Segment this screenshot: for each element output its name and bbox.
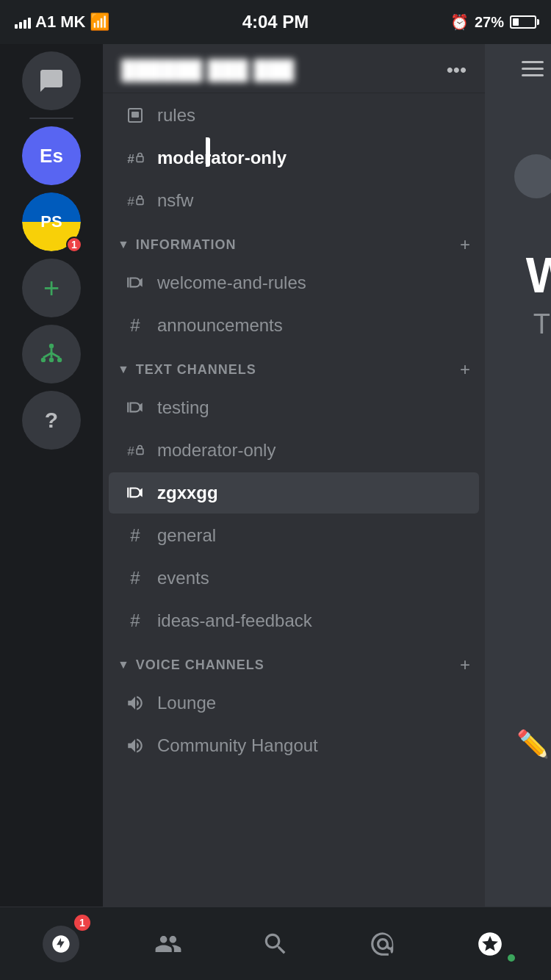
- add-channel-text-button[interactable]: +: [460, 359, 470, 380]
- status-right: ⏰ 27%: [450, 13, 536, 31]
- channel-name-nsfw: nsfw: [157, 190, 193, 211]
- alarm-icon: ⏰: [450, 13, 469, 31]
- channel-name-lounge: Lounge: [157, 693, 216, 713]
- channel-item-nsfw[interactable]: # nsfw: [109, 180, 479, 221]
- hash-icon-announcements: #: [123, 314, 147, 337]
- server-sidebar: Es PS 1 +: [0, 44, 103, 980]
- channel-name-announcements: announcements: [157, 315, 283, 336]
- search-icon: [262, 930, 289, 958]
- svg-line-5: [43, 353, 51, 357]
- right-panel-text-th: Th: [533, 309, 551, 340]
- carrier-label: A1 MK: [35, 12, 85, 32]
- plus-icon: +: [43, 273, 60, 304]
- chevron-down-icon-text: ▼: [118, 363, 130, 376]
- mentions-icon: [369, 930, 397, 958]
- hash-icon-general: #: [123, 524, 147, 547]
- status-bar: A1 MK 📶 4:04 PM ⏰ 27%: [0, 0, 551, 44]
- svg-rect-15: [522, 61, 544, 63]
- nav-item-friends[interactable]: [132, 915, 205, 973]
- svg-text:#: #: [127, 151, 134, 166]
- voice-icon-community-hangout: [123, 734, 147, 757]
- announcement-icon-welcome: [123, 271, 147, 295]
- wifi-icon: 📶: [90, 12, 109, 32]
- channel-item-moderator-only-2[interactable]: # moderator-only: [109, 430, 479, 471]
- category-voice-channels-label: ▼ VOICE CHANNELS: [118, 657, 264, 673]
- svg-point-2: [49, 358, 54, 362]
- svg-rect-8: [132, 112, 139, 118]
- battery-percent: 27%: [475, 14, 504, 31]
- svg-line-6: [51, 353, 60, 357]
- channel-item-announcements[interactable]: # announcements: [109, 305, 479, 346]
- announcement-icon-testing: [123, 396, 147, 419]
- channel-item-moderator-only-top[interactable]: # moderator-only: [109, 137, 479, 179]
- category-text-channels-label: ▼ TEXT CHANNELS: [118, 362, 256, 378]
- help-button[interactable]: ?: [22, 391, 81, 450]
- svg-point-0: [49, 344, 54, 348]
- add-channel-information-button[interactable]: +: [460, 234, 470, 255]
- channel-name-general: general: [157, 525, 216, 546]
- hash-lock-icon-nsfw: #: [123, 189, 147, 212]
- add-channel-voice-button[interactable]: +: [460, 655, 470, 675]
- hash-lock-icon-moderator: #: [123, 146, 147, 170]
- current-channel-indicator: [206, 137, 210, 167]
- bottom-nav: 1: [0, 907, 551, 980]
- server-icon-ps[interactable]: PS 1: [22, 192, 81, 251]
- channel-item-events[interactable]: # events: [109, 558, 479, 599]
- hamburger-icon[interactable]: [522, 59, 544, 82]
- channel-item-testing[interactable]: testing: [109, 387, 479, 428]
- channel-item-lounge[interactable]: Lounge: [109, 682, 479, 724]
- user-avatar: [43, 926, 79, 962]
- server-header[interactable]: ██████ ███ ███ •••: [103, 44, 485, 93]
- category-text-channels[interactable]: ▼ TEXT CHANNELS +: [103, 347, 485, 386]
- channel-item-zgxxgg[interactable]: zgxxgg: [109, 472, 479, 514]
- nav-item-mentions[interactable]: [346, 915, 419, 973]
- channel-item-moderator-wrapper: # moderator-only: [103, 137, 485, 179]
- channel-name-moderator-only-2: moderator-only: [157, 440, 276, 461]
- svg-rect-14: [137, 449, 143, 455]
- time-display: 4:04 PM: [242, 12, 309, 32]
- svg-point-1: [41, 358, 46, 362]
- image-channel-icon: [123, 104, 147, 127]
- battery-icon: [510, 15, 536, 29]
- profile-emoji-icon: [476, 930, 504, 958]
- server-icon-es[interactable]: Es: [22, 126, 81, 185]
- add-server-button[interactable]: +: [22, 259, 81, 317]
- more-options-button[interactable]: •••: [447, 59, 467, 82]
- category-information[interactable]: ▼ INFORMATION +: [103, 223, 485, 261]
- nav-item-search[interactable]: [239, 915, 312, 973]
- voice-icon-lounge: [123, 691, 147, 715]
- chevron-down-icon-voice: ▼: [118, 658, 130, 671]
- channel-item-welcome-and-rules[interactable]: welcome-and-rules: [109, 262, 479, 303]
- right-panel-text-w: W: [526, 250, 551, 300]
- explore-icon-button[interactable]: [22, 325, 81, 383]
- node-tree-icon: [37, 340, 65, 368]
- channel-name-rules: rules: [157, 105, 195, 126]
- nav-item-home[interactable]: 1: [24, 915, 98, 973]
- channel-name-welcome-and-rules: welcome-and-rules: [157, 273, 306, 293]
- channel-item-community-hangout[interactable]: Community Hangout: [109, 725, 479, 766]
- channel-name-ideas-and-feedback: ideas-and-feedback: [157, 610, 312, 631]
- battery-fill: [513, 18, 519, 26]
- channel-item-ideas-and-feedback[interactable]: # ideas-and-feedback: [109, 600, 479, 641]
- main-layout: Es PS 1 +: [0, 44, 551, 980]
- channel-item-general[interactable]: # general: [109, 515, 479, 556]
- channel-list[interactable]: ██████ ███ ███ ••• rules #: [103, 44, 485, 980]
- question-mark-icon: ?: [45, 408, 58, 433]
- svg-text:#: #: [127, 444, 134, 458]
- category-information-label: ▼ INFORMATION: [118, 237, 237, 253]
- signal-bar-4: [28, 18, 31, 29]
- category-voice-channels[interactable]: ▼ VOICE CHANNELS +: [103, 643, 485, 681]
- channel-name-events: events: [157, 568, 209, 588]
- sidebar-divider: [29, 118, 73, 119]
- server-icon-dm[interactable]: [22, 51, 81, 110]
- signal-bars: [15, 15, 31, 29]
- channel-name-zgxxgg: zgxxgg: [157, 483, 218, 503]
- right-panel-avatar-area: [514, 154, 551, 198]
- svg-rect-16: [522, 68, 544, 70]
- status-left: A1 MK 📶: [15, 12, 109, 32]
- svg-text:#: #: [127, 194, 134, 209]
- nav-item-profile[interactable]: [453, 915, 527, 973]
- ps-logo-text: PS: [40, 212, 62, 231]
- ps-notification-badge: 1: [66, 237, 82, 253]
- channel-item-rules[interactable]: rules: [109, 95, 479, 136]
